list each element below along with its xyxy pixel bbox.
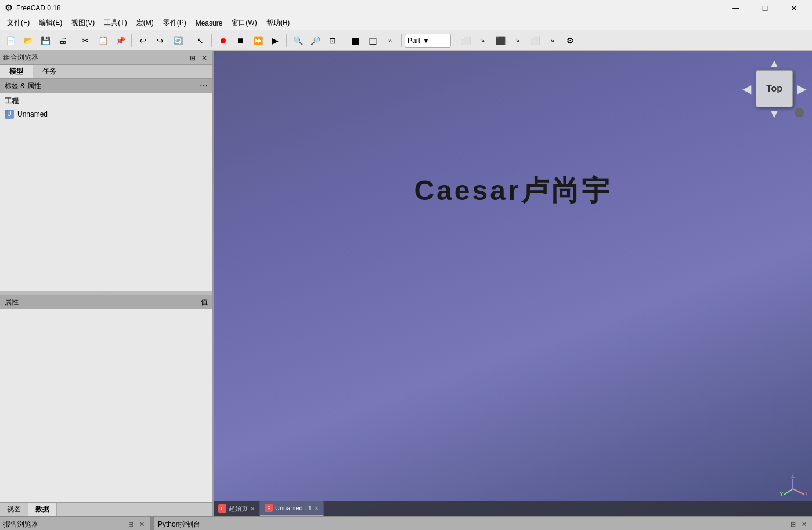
unnamed-tab-icon: F — [265, 504, 273, 512]
svg-text:Y: Y — [779, 491, 784, 498]
view-3d-button[interactable]: ◼ — [347, 32, 363, 49]
toolbar: 📄 📂 💾 🖨 ✂ 📋 📌 ↩ ↪ 🔄 ↖ ⏺ ⏹ ⏩ ▶ 🔍 🔎 ⊡ ◼ ◻ … — [0, 30, 812, 51]
view-3d2-button[interactable]: ◻ — [365, 32, 381, 49]
workbench-dropdown[interactable]: Part ▼ — [405, 34, 451, 48]
vp-tab-unnamed-close[interactable]: ✕ — [314, 505, 319, 511]
more3-btn[interactable]: » — [544, 32, 561, 49]
combo-view-title: 组合浏览器 — [3, 53, 38, 63]
open-button[interactable]: 📂 — [20, 32, 36, 49]
box-btn[interactable]: ⬜ — [457, 32, 474, 49]
sphere-btn[interactable]: ⬛ — [492, 32, 508, 49]
toolbar-sep-7 — [401, 34, 402, 47]
unnamed-label: Unnamed — [17, 110, 48, 118]
vp-tab-unnamed[interactable]: F Unnamed : 1 ✕ — [260, 501, 324, 516]
menu-tools[interactable]: 工具(T) — [99, 17, 131, 29]
toolbar-sep-4 — [211, 34, 212, 47]
svg-line-2 — [784, 489, 793, 495]
project-area: 工程 U Unnamed — [0, 93, 212, 291]
label-attr-title: 标签 & 属性 — [5, 81, 41, 91]
new-button[interactable]: 📄 — [2, 32, 19, 49]
menu-macro[interactable]: 宏(M) — [132, 17, 158, 29]
label-prop-bar: 标签 & 属性 ⋯ — [0, 79, 212, 93]
menu-edit[interactable]: 编辑(E) — [34, 17, 67, 29]
app-title: FreeCAD 0.18 — [16, 4, 61, 12]
menu-window[interactable]: 窗口(W) — [227, 17, 261, 29]
zoom-fit-button[interactable]: 🔎 — [307, 32, 323, 49]
record-button[interactable]: ⏺ — [215, 32, 231, 49]
attr-col2: 值 — [201, 297, 208, 307]
menu-help[interactable]: 帮助(H) — [262, 17, 295, 29]
cube-corner-sphere[interactable] — [795, 108, 804, 117]
combo-view-header: 组合浏览器 ⊞ ✕ — [0, 51, 212, 65]
save-button[interactable]: 💾 — [37, 32, 53, 49]
python-header: Python控制台 ⊞ ✕ — [154, 517, 812, 530]
vp-tab-startpage-close[interactable]: ✕ — [250, 506, 255, 512]
maximize-button[interactable]: □ — [752, 0, 778, 16]
startpage-icon: F — [218, 504, 226, 513]
paste-button[interactable]: 📌 — [112, 32, 128, 49]
run-button[interactable]: ▶ — [267, 32, 283, 49]
cube-face[interactable]: Top — [756, 70, 793, 107]
toolbar-sep-1 — [74, 34, 74, 47]
cube-arrow-top[interactable]: ▲ — [768, 57, 780, 70]
cube-arrow-left[interactable]: ◀ — [742, 82, 751, 96]
view-extra-button[interactable]: » — [382, 32, 398, 49]
python-title: Python控制台 — [158, 520, 200, 529]
tab-view[interactable]: 视图 — [0, 503, 28, 516]
workbench-label: Part — [407, 37, 420, 45]
refresh-button[interactable]: 🔄 — [169, 32, 186, 49]
combo-expand-icon[interactable]: ⊞ — [188, 53, 197, 63]
tab-model[interactable]: 模型 — [0, 65, 33, 78]
attr-header: 属性 值 — [0, 295, 212, 309]
close-button[interactable]: ✕ — [781, 0, 807, 16]
python-panel: Python控制台 ⊞ ✕ SystemError: <built-in met… — [154, 517, 812, 530]
resize-handle[interactable]: · · · · · — [0, 291, 212, 295]
more2-btn[interactable]: » — [510, 32, 526, 49]
cube-arrow-bottom[interactable]: ▼ — [768, 107, 780, 121]
redo-button[interactable]: ↪ — [152, 32, 168, 49]
stop-button[interactable]: ⏹ — [232, 32, 248, 49]
attr-col1: 属性 — [5, 297, 19, 307]
zoom-box-button[interactable]: ⊡ — [324, 32, 341, 49]
minimize-button[interactable]: ─ — [723, 0, 749, 16]
combo-close-icon[interactable]: ✕ — [200, 53, 209, 63]
model-task-tabs: 模型 任务 — [0, 65, 212, 79]
svg-text:Z: Z — [791, 474, 795, 479]
report-title: 报告浏览器 — [3, 520, 38, 529]
cube-outer: ▲ ▼ ◀ ▶ Top — [742, 57, 806, 121]
tab-task[interactable]: 任务 — [33, 65, 66, 78]
titlebar-controls: ─ □ ✕ — [723, 0, 807, 16]
print-button[interactable]: 🖨 — [55, 32, 71, 49]
play-fwd-button[interactable]: ⏩ — [250, 32, 266, 49]
menu-part[interactable]: 零件(P) — [158, 17, 191, 29]
tab-data[interactable]: 数据 — [28, 503, 57, 516]
more1-btn[interactable]: » — [475, 32, 491, 49]
menu-view[interactable]: 视图(V) — [67, 17, 99, 29]
python-expand-icon[interactable]: ⊞ — [789, 520, 797, 529]
pointer-button[interactable]: ↖ — [192, 32, 208, 49]
vp-tab-startpage[interactable]: F 起始页 ✕ — [214, 501, 260, 516]
report-controls: ⊞ ✕ — [127, 520, 146, 529]
settings-btn[interactable]: ⚙ — [562, 32, 578, 49]
attr-area — [0, 309, 212, 502]
menu-measure[interactable]: Measure — [191, 18, 228, 28]
unnamed-icon: U — [5, 110, 14, 119]
cyl-btn[interactable]: ⬜ — [527, 32, 543, 49]
cube-arrow-right[interactable]: ▶ — [797, 82, 806, 96]
viewport[interactable]: Caesar卢尚宇 ▲ ▼ ◀ ▶ Top — [214, 51, 812, 516]
titlebar: ⚙ FreeCAD 0.18 ─ □ ✕ — [0, 0, 812, 16]
project-label: 工程 — [2, 95, 210, 107]
menu-file[interactable]: 文件(F) — [2, 17, 34, 29]
project-item-unnamed[interactable]: U Unnamed — [2, 108, 210, 120]
zoom-pan-button[interactable]: 🔍 — [290, 32, 306, 49]
menubar: 文件(F) 编辑(E) 视图(V) 工具(T) 宏(M) 零件(P) Measu… — [0, 16, 812, 30]
undo-button[interactable]: ↩ — [135, 32, 151, 49]
python-controls: ⊞ ✕ — [789, 520, 809, 529]
bottom-tabs: 视图 数据 — [0, 502, 212, 516]
copy-button[interactable]: 📋 — [95, 32, 111, 49]
left-panel: 组合浏览器 ⊞ ✕ 模型 任务 标签 & 属性 ⋯ 工程 U Unnamed · — [0, 51, 214, 516]
python-close-icon[interactable]: ✕ — [800, 520, 809, 529]
report-expand-icon[interactable]: ⊞ — [127, 520, 135, 529]
cut-button[interactable]: ✂ — [77, 32, 93, 49]
report-close-icon[interactable]: ✕ — [138, 520, 146, 529]
